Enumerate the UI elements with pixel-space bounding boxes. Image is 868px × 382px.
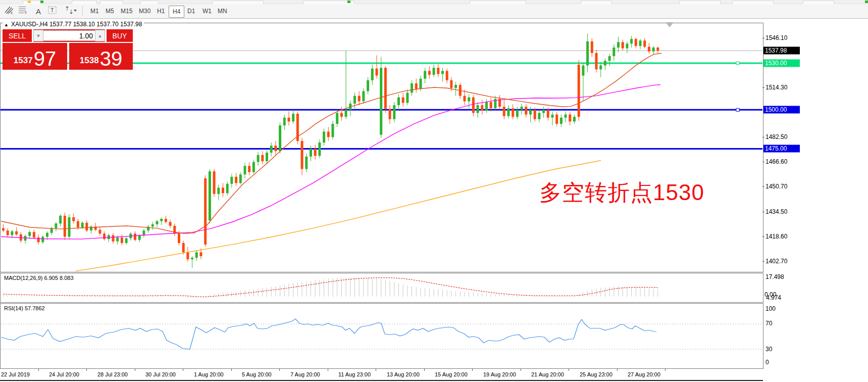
candle-body-down: [182, 243, 185, 252]
candle-body-down: [450, 80, 452, 88]
candle-body-down: [112, 235, 115, 241]
x-axis-tick: [376, 369, 376, 371]
candle-body-up: [617, 42, 620, 47]
candle-body-down: [555, 115, 558, 124]
price-tick-mark: [762, 186, 764, 187]
candle-body-down: [402, 98, 404, 103]
candle-body-up: [156, 221, 159, 224]
candle-body-up: [441, 71, 444, 74]
price-badge-1500-00: 1500.00: [763, 106, 800, 114]
candle-body-down: [274, 146, 277, 151]
candle-body-up: [191, 258, 193, 259]
candle-body-up: [367, 80, 369, 91]
price-tick-label: 1402.70: [765, 258, 787, 265]
candle-body-down: [547, 110, 549, 117]
price-tick-label: 1434.50: [765, 208, 787, 215]
candle-body-up: [485, 102, 488, 111]
candle-body-up: [477, 105, 479, 113]
candle-body-up: [353, 96, 356, 104]
candle-body-up: [305, 157, 308, 169]
candle-body-down: [340, 113, 343, 117]
x-axis-tick: [86, 369, 87, 371]
candle-body-down: [358, 96, 361, 102]
buy-button[interactable]: BUY: [107, 29, 133, 42]
volume-input[interactable]: [43, 30, 95, 41]
buy-price-display[interactable]: 1538 39: [69, 43, 133, 70]
buy-price-small: 1538: [80, 56, 99, 66]
candle-body-up: [151, 224, 154, 227]
candle-body-up: [406, 92, 409, 103]
candle-body-down: [248, 166, 250, 172]
x-axis-tick: [424, 369, 425, 371]
candle-body-up: [28, 232, 31, 236]
candle-body-down: [213, 171, 216, 194]
sell-price-display[interactable]: 1537 97: [3, 43, 67, 70]
candle-body-up: [626, 43, 628, 48]
candle-body-up: [397, 98, 400, 105]
candle-body-up: [283, 118, 286, 125]
rsi-axis-label: 30: [765, 346, 772, 353]
candle-body-up: [420, 79, 422, 89]
volume-increase-button[interactable]: ▲: [95, 30, 105, 41]
candle-body-up: [332, 124, 334, 137]
candle-body-down: [85, 223, 88, 230]
mt4-window: { "toolbar": { "icons": ["line-studies-i…: [0, 0, 868, 382]
price-tick-label: 1466.60: [765, 158, 787, 165]
candle-body-up: [252, 162, 255, 172]
candle-body-up: [244, 166, 246, 174]
ma-slow-orange: [76, 161, 601, 271]
candle-body-up: [217, 187, 220, 194]
candle-body-up: [521, 107, 523, 110]
candle-body-down: [591, 41, 593, 53]
sell-price-small: 1537: [14, 56, 33, 66]
candle-body-up: [573, 117, 576, 121]
macd-label: MACD(12,26,9) 6.905 8.083: [3, 275, 75, 281]
candle-body-down: [525, 107, 527, 114]
candle-body-down: [437, 68, 439, 74]
candle-body-up: [542, 110, 545, 113]
x-axis-label: 24 Jul 20:00: [49, 371, 79, 377]
candle-body-up: [310, 149, 312, 156]
candle-body-down: [15, 231, 18, 234]
sell-button[interactable]: SELL: [3, 29, 32, 42]
chart-shift-marker-icon[interactable]: [666, 22, 674, 27]
price-badge-1537-98: 1537.98: [763, 47, 800, 55]
symbol-header: ▲XAUUSD-,H4 1537.77 1538.10 1537.70 1537…: [3, 21, 144, 28]
volume-decrease-button[interactable]: ▼: [33, 30, 43, 41]
price-tick-mark: [762, 137, 764, 137]
candle-body-down: [98, 230, 101, 234]
candle-body-up: [270, 146, 273, 153]
candle-body-up: [59, 216, 62, 223]
candle-body-up: [612, 47, 615, 56]
candle-body-down: [648, 47, 650, 52]
candle-body-up: [226, 184, 229, 193]
candle-body-up: [209, 171, 211, 220]
candle-body-up: [160, 219, 163, 221]
price-tick-label: 1450.70: [765, 183, 787, 190]
candle-body-down: [121, 237, 123, 243]
candle-body-up: [230, 177, 233, 184]
sell-price-big: 97: [34, 49, 57, 68]
candle-body-down: [134, 233, 136, 240]
candle-body-down: [33, 232, 35, 237]
candle-body-down: [428, 71, 431, 75]
rsi-label: RSI(14) 57.7862: [3, 305, 46, 311]
x-axis-label: 7 Aug 20:00: [290, 371, 320, 377]
candle-body-up: [608, 56, 611, 61]
candle-body-up: [371, 69, 374, 80]
candle-body-down: [261, 155, 264, 161]
candle-body-down: [186, 252, 189, 259]
one-click-trading-panel: SELL ▼ ▲ BUY 1537 97 1538 39: [3, 29, 133, 68]
candle-body-up: [454, 85, 457, 88]
x-axis-label: 11 Aug 23:00: [338, 371, 371, 377]
x-axis-label: 25 Aug 23:00: [580, 371, 612, 377]
collapse-arrow-icon[interactable]: ▲: [4, 22, 9, 27]
candle-body-up: [516, 110, 519, 117]
candle-body-up: [292, 114, 294, 121]
candle-body-up: [424, 71, 426, 78]
candle-body-up: [41, 237, 44, 243]
candle-body-down: [222, 187, 224, 193]
macd-axis-top: 17.498: [765, 273, 784, 280]
candle-body-up: [142, 230, 145, 235]
x-axis-tick: [279, 369, 280, 371]
